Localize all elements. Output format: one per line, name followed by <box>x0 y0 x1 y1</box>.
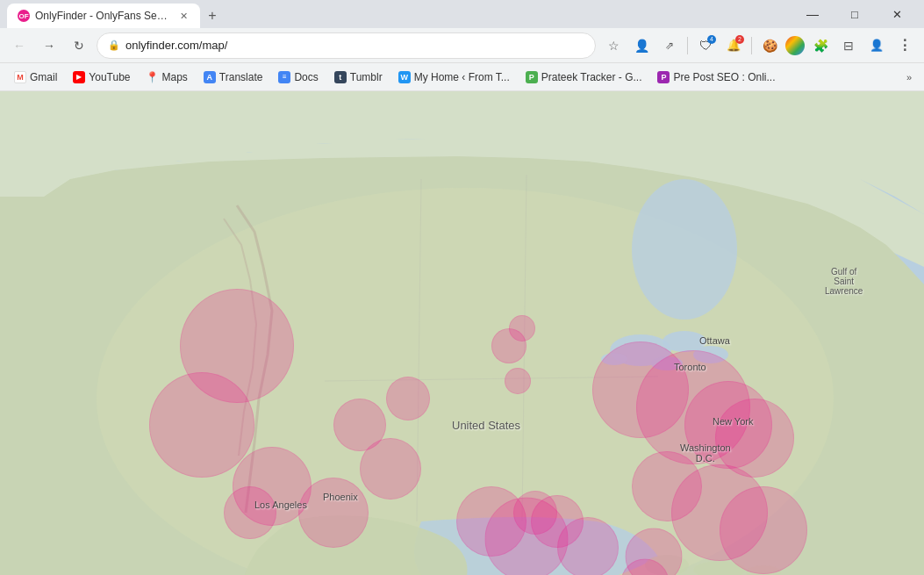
bookmark-prepost[interactable]: P Pre Post SEO : Onli... <box>650 68 782 86</box>
translate-icon: A <box>204 71 216 83</box>
bookmarks-bar: M Gmail ▶ YouTube 📍 Maps A Translate ≡ D… <box>0 63 924 91</box>
bookmark-tumblr-label: Tumblr <box>350 71 383 83</box>
cookie-extension-button[interactable]: 🍪 <box>757 33 782 58</box>
new-tab-button[interactable]: + <box>200 4 225 28</box>
tab-title: OnlyFinder - OnlyFans Search Eng... <box>35 10 173 22</box>
tab-close-button[interactable]: ✕ <box>178 9 190 24</box>
nav-actions: ☆ 👤 ⇗ 🛡 4 🔔 2 🍪 🧩 ⊟ 👤 ⋮ <box>601 33 917 58</box>
bookmark-gmail-label: Gmail <box>30 71 57 83</box>
bookmark-docs-label: Docs <box>294 71 318 83</box>
user-profile-button[interactable]: 👤 <box>864 33 889 58</box>
prepost-icon: P <box>657 71 670 83</box>
bookmark-youtube-label: YouTube <box>89 71 130 83</box>
prateek-icon: P <box>526 71 538 83</box>
split-view-button[interactable]: ⊟ <box>836 33 861 58</box>
restore-button[interactable]: □ <box>834 0 875 28</box>
address-bar[interactable]: 🔒 onlyfinder.com/map/ <box>97 32 596 59</box>
maps-icon: 📍 <box>147 71 159 83</box>
refresh-button[interactable]: ↻ <box>67 33 91 58</box>
bubble-b20 <box>720 486 807 574</box>
close-button[interactable]: ✕ <box>877 0 917 28</box>
chrome-extension-button[interactable] <box>785 36 805 55</box>
bell-button[interactable]: 🔔 2 <box>721 33 746 58</box>
bookmark-youtube[interactable]: ▶ YouTube <box>66 68 137 86</box>
back-button[interactable]: ← <box>7 33 32 58</box>
tab-favicon: OF <box>18 10 30 22</box>
bookmark-prateek[interactable]: P Prateek Tracker - G... <box>519 68 649 86</box>
youtube-icon: ▶ <box>73 71 85 83</box>
bookmark-myhome-label: My Home ‹ From T... <box>414 71 510 83</box>
active-tab[interactable]: OF OnlyFinder - OnlyFans Search Eng... ✕ <box>7 4 200 28</box>
map-container[interactable]: Gulf ofSaintLawrence Ottawa Toronto New … <box>0 91 924 575</box>
profile-button[interactable]: 👤 <box>629 33 654 58</box>
menu-button[interactable]: ⋮ <box>892 33 917 58</box>
bookmark-translate[interactable]: A Translate <box>197 68 270 86</box>
bookmark-tumblr[interactable]: t Tumblr <box>327 68 390 86</box>
bookmark-translate-label: Translate <box>219 71 263 83</box>
bubble-b23 <box>224 486 276 539</box>
gmail-icon: M <box>14 71 26 83</box>
bookmarks-more-button[interactable]: » <box>901 69 917 85</box>
bubble-b24 <box>505 368 531 394</box>
bookmark-gmail[interactable]: M Gmail <box>7 68 64 86</box>
svg-point-7 <box>632 179 737 320</box>
bubble-b6 <box>386 377 430 420</box>
bookmark-maps[interactable]: 📍 Maps <box>140 68 195 86</box>
window-controls: — □ ✕ <box>792 0 917 28</box>
forward-button[interactable]: → <box>37 33 61 58</box>
bubble-b13 <box>557 517 619 575</box>
tumblr-icon: t <box>334 71 347 83</box>
myhome-icon: W <box>398 71 411 83</box>
lock-icon: 🔒 <box>108 40 120 51</box>
docs-icon: ≡ <box>278 71 290 83</box>
shield-button[interactable]: 🛡 4 <box>693 33 718 58</box>
bubble-b7 <box>360 438 421 500</box>
bell-badge: 2 <box>735 35 744 44</box>
navigation-bar: ← → ↻ 🔒 onlyfinder.com/map/ ☆ 👤 ⇗ 🛡 4 🔔 … <box>0 28 924 63</box>
minimize-button[interactable]: — <box>792 0 833 28</box>
bubble-b9 <box>509 315 535 341</box>
bookmark-myhome[interactable]: W My Home ‹ From T... <box>391 68 517 86</box>
bookmark-star-button[interactable]: ☆ <box>601 33 626 58</box>
share-button[interactable]: ⇗ <box>657 33 682 58</box>
tab-strip: OF OnlyFinder - OnlyFans Search Eng... ✕… <box>7 0 792 28</box>
bubble-b2 <box>149 372 254 478</box>
title-bar: OF OnlyFinder - OnlyFans Search Eng... ✕… <box>0 0 924 28</box>
bookmark-prateek-label: Prateek Tracker - G... <box>541 71 642 83</box>
bubble-b25 <box>513 491 557 535</box>
url-text: onlyfinder.com/map/ <box>125 39 584 52</box>
puzzle-extension-button[interactable]: 🧩 <box>808 33 833 58</box>
bookmark-prepost-label: Pre Post SEO : Onli... <box>673 71 775 83</box>
shield-badge: 4 <box>707 35 716 44</box>
bubble-b4 <box>298 478 369 548</box>
bookmark-maps-label: Maps <box>162 71 188 83</box>
bookmark-docs[interactable]: ≡ Docs <box>271 68 325 86</box>
